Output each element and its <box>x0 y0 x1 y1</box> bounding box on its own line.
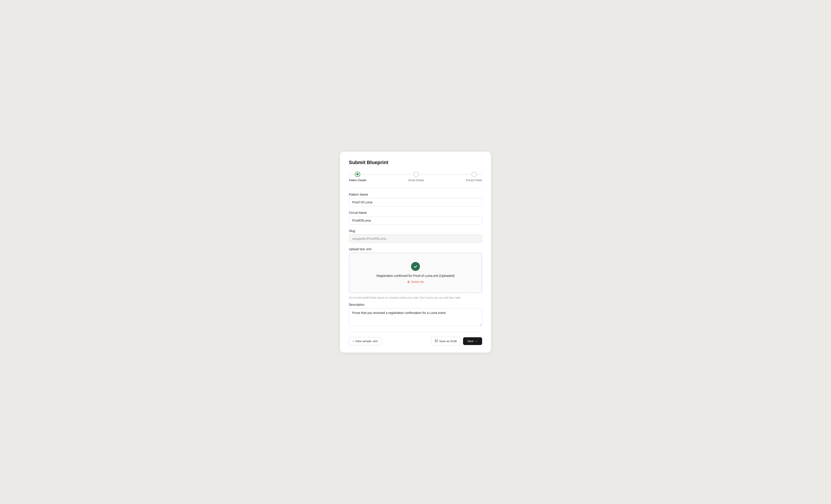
slug-label: Slug <box>349 229 482 233</box>
modal-title: Submit Blueprint <box>349 160 482 166</box>
modal-container: Submit Blueprint Pattern Details Email D… <box>340 152 491 353</box>
step-pattern-details: Pattern Details <box>349 172 366 182</box>
save-draft-button[interactable]: Save as Draft <box>431 337 461 346</box>
description-label: Description <box>349 303 482 306</box>
draft-icon <box>435 339 438 343</box>
next-button[interactable]: Next → <box>463 337 482 345</box>
step-email-details: Email Details <box>408 172 424 182</box>
stepper: Pattern Details Email Details Extract Fi… <box>349 172 482 182</box>
step-circle-1 <box>355 172 360 177</box>
pattern-name-field-group: Pattern Name <box>349 193 482 206</box>
upload-label: Upload test .eml <box>349 247 482 251</box>
description-textarea[interactable] <box>349 308 482 326</box>
circuit-name-label: Circuit Name <box>349 211 482 214</box>
step-circle-2 <box>413 172 419 177</box>
checkmark-icon <box>413 264 418 269</box>
save-draft-label: Save as Draft <box>439 339 457 343</box>
step-label-3: Extract Fields <box>466 179 482 182</box>
footer-divider <box>349 332 482 332</box>
step-circle-3 <box>471 172 477 177</box>
upload-filename: Registration confirmed for Proof of Luma… <box>354 274 477 277</box>
step-extract-fields: Extract Fields <box>466 172 482 182</box>
slug-field-group: Slug <box>349 229 482 243</box>
pattern-name-input[interactable] <box>349 198 482 206</box>
footer-actions: + View sample .eml Save as Draft Next <box>349 337 482 346</box>
slug-input <box>349 234 482 243</box>
description-field-group: Description <box>349 303 482 327</box>
step-label-1: Pattern Details <box>349 179 366 182</box>
delete-file-button[interactable]: 🗑 Delete file <box>407 280 424 284</box>
next-label: Next <box>467 339 474 343</box>
next-arrow-icon: → <box>475 339 478 343</box>
footer-right-actions: Save as Draft Next → <box>431 337 482 346</box>
circuit-name-input[interactable] <box>349 216 482 225</box>
step-label-2: Email Details <box>408 179 424 182</box>
trash-icon: 🗑 <box>407 280 410 284</box>
upload-section: Upload test .eml Registration confirmed … <box>349 247 482 299</box>
page-background: Submit Blueprint Pattern Details Email D… <box>0 0 831 504</box>
upload-hint: Our AI will autofill fields based on con… <box>349 296 482 299</box>
upload-success-icon <box>411 262 420 271</box>
circuit-name-field-group: Circuit Name <box>349 211 482 225</box>
pattern-name-label: Pattern Name <box>349 193 482 196</box>
view-sample-button[interactable]: + View sample .eml <box>349 337 381 345</box>
upload-dropzone[interactable]: Registration confirmed for Proof of Luma… <box>349 253 482 293</box>
delete-file-label: Delete file <box>411 280 424 284</box>
